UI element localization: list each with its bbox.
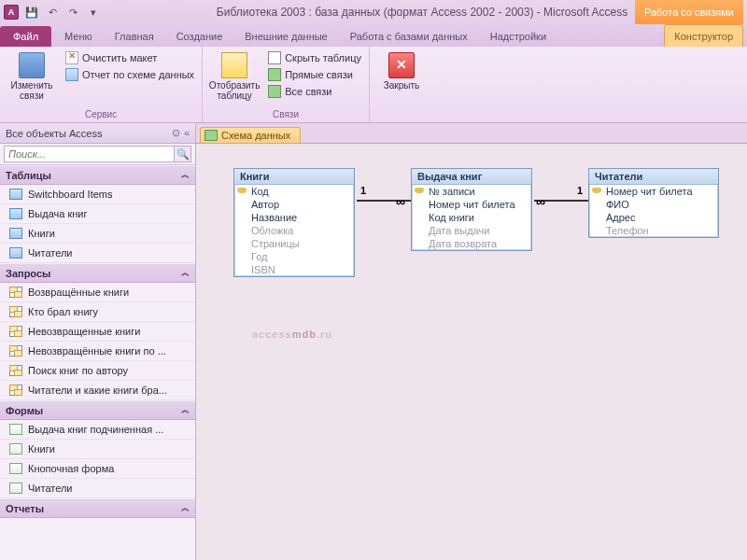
contextual-tab-group: Работа со связями [635, 0, 743, 24]
nav-header[interactable]: Все объекты Access ⊙ « [0, 123, 195, 144]
nav-query-item[interactable]: Невозвращённые книги по ... [0, 342, 195, 361]
nav-form-item[interactable]: Выдача книг подчиненная ... [0, 420, 195, 440]
nav-section-reports[interactable]: Отчеты︽ [0, 498, 195, 518]
rel-field[interactable]: Адрес [589, 211, 718, 224]
tab-create[interactable]: Создание [165, 26, 234, 47]
rel-field[interactable]: Дата выдачи [412, 224, 531, 237]
nav-section-queries-label: Запросы [6, 268, 50, 279]
rel-field[interactable]: ISBN [234, 263, 354, 276]
nav-header-title: Все объекты Access [6, 128, 102, 139]
rel-field[interactable]: № записи [412, 185, 531, 198]
close-icon [388, 52, 415, 78]
nav-item-label: Switchboard Items [28, 189, 112, 200]
hide-table-icon [268, 51, 281, 64]
query-icon [9, 287, 22, 298]
nav-item-label: Невозвращённые книги по ... [28, 345, 166, 357]
rel-table-header: Выдача книг [412, 169, 531, 185]
nav-item-label: Читатели [28, 483, 73, 494]
redo-icon[interactable]: ↷ [65, 5, 80, 20]
rel-field[interactable]: Телефон [589, 224, 718, 237]
rel-field[interactable]: Год [234, 250, 354, 263]
relationships-canvas[interactable]: Книги Код Автор Название Обложка Страниц… [196, 144, 747, 560]
nav-item-label: Читатели и какие книги бра... [28, 385, 167, 396]
qat-customize-icon[interactable]: ▾ [86, 5, 101, 20]
app-icon: A [4, 5, 19, 20]
document-tab-label: Схема данных [221, 130, 290, 141]
query-icon [9, 306, 22, 317]
nav-query-item[interactable]: Возвращённые книги [0, 283, 195, 302]
document-tab[interactable]: Схема данных [200, 127, 301, 143]
cardinality-one: 1 [360, 185, 366, 196]
main-area: Все объекты Access ⊙ « 🔍 Таблицы︽ Switch… [0, 123, 747, 560]
tab-home[interactable]: Главная [104, 26, 165, 47]
nav-form-item[interactable]: Кнопочная форма [0, 459, 195, 479]
nav-table-item[interactable]: Книги [0, 224, 195, 244]
nav-form-item[interactable]: Читатели [0, 479, 195, 498]
rel-field[interactable]: Код книги [412, 211, 531, 224]
nav-section-tables[interactable]: Таблицы︽ [0, 165, 195, 185]
nav-query-item[interactable]: Невозвращенные книги [0, 322, 195, 342]
file-tab[interactable]: Файл [0, 26, 51, 47]
nav-item-label: Читатели [28, 247, 73, 259]
ribbon-tabs: Файл Меню Главная Создание Внешние данны… [0, 24, 747, 47]
rel-table-books[interactable]: Книги Код Автор Название Обложка Страниц… [233, 168, 355, 277]
nav-table-item[interactable]: Выдача книг [0, 204, 195, 224]
form-icon [9, 443, 22, 455]
nav-table-item[interactable]: Switchboard Items [0, 185, 195, 204]
ribbon: Изменить связи Очистить макет Отчет по с… [0, 47, 747, 123]
nav-query-item[interactable]: Читатели и какие книги бра... [0, 381, 195, 400]
save-icon[interactable]: 💾 [24, 5, 39, 20]
nav-query-item[interactable]: Поиск книг по автору [0, 361, 195, 381]
rel-field[interactable]: Номер чит билета [412, 198, 531, 211]
tab-addins[interactable]: Надстройки [479, 26, 557, 47]
table-icon [9, 247, 22, 259]
tab-menu[interactable]: Меню [53, 26, 104, 47]
nav-section-forms[interactable]: Формы︽ [0, 400, 195, 420]
tab-design[interactable]: Конструктор [664, 24, 743, 47]
query-icon [9, 326, 22, 337]
rel-field[interactable]: Дата возврата [412, 237, 531, 250]
hide-table-button[interactable]: Скрыть таблицу [266, 50, 363, 65]
cardinality-many-icon: ∞ [536, 194, 545, 209]
clear-layout-button[interactable]: Очистить макет [63, 50, 196, 65]
show-table-button[interactable]: Отобразить таблицу [208, 49, 261, 101]
rel-table-issues[interactable]: Выдача книг № записи Номер чит билета Ко… [411, 168, 532, 251]
rel-field[interactable]: Обложка [234, 224, 354, 237]
search-input[interactable] [4, 146, 175, 162]
search-icon[interactable]: 🔍 [175, 146, 191, 162]
rel-field[interactable]: Страницы [234, 237, 354, 250]
ribbon-group-close-title [375, 107, 428, 122]
nav-section-queries[interactable]: Запросы︽ [0, 263, 195, 283]
all-relationships-button[interactable]: Все связи [266, 84, 363, 99]
document-tab-bar: Схема данных [196, 123, 747, 144]
nav-item-label: Кнопочная форма [28, 463, 114, 474]
tab-external-data[interactable]: Внешние данные [233, 26, 338, 47]
rel-field[interactable]: Номер чит билета [589, 185, 718, 198]
direct-relationships-icon [268, 68, 281, 81]
nav-dropdown-icon[interactable]: ⊙ [172, 127, 180, 139]
edit-relationships-button[interactable]: Изменить связи [6, 49, 58, 101]
rel-field[interactable]: ФИО [589, 198, 718, 211]
table-icon [9, 208, 22, 219]
rel-table-readers[interactable]: Читатели Номер чит билета ФИО Адрес Теле… [588, 168, 719, 238]
tab-database-tools[interactable]: Работа с базами данных [339, 26, 479, 47]
rel-field[interactable]: Код [234, 185, 354, 198]
relationship-report-icon [65, 68, 78, 81]
cardinality-one: 1 [577, 185, 583, 196]
direct-relationships-button[interactable]: Прямые связи [266, 67, 363, 82]
relationship-report-button[interactable]: Отчет по схеме данных [63, 67, 196, 82]
relationship-report-label: Отчет по схеме данных [82, 69, 194, 80]
direct-relationships-label: Прямые связи [285, 69, 353, 80]
nav-table-item[interactable]: Читатели [0, 244, 195, 263]
query-icon [9, 365, 22, 376]
close-button[interactable]: Закрыть [375, 49, 428, 91]
undo-icon[interactable]: ↶ [45, 5, 60, 20]
nav-form-item[interactable]: Книги [0, 440, 195, 459]
nav-query-item[interactable]: Кто брал книгу [0, 302, 195, 322]
chevron-up-icon: ︽ [181, 169, 190, 181]
rel-field[interactable]: Автор [234, 198, 354, 211]
rel-table-header: Книги [234, 169, 354, 185]
rel-field[interactable]: Название [234, 211, 354, 224]
nav-collapse-icon[interactable]: « [184, 127, 190, 139]
chevron-up-icon: ︽ [181, 404, 190, 416]
